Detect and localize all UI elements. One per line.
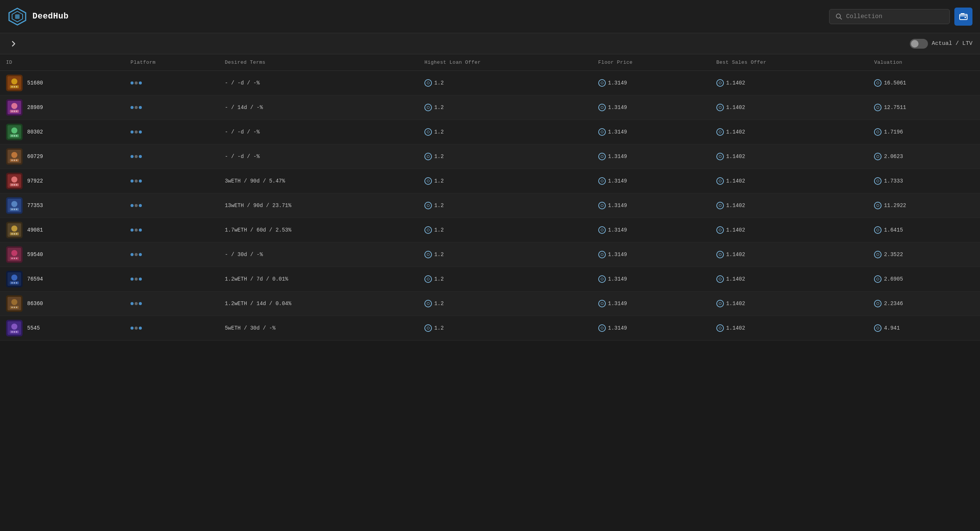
- table-row[interactable]: 49081 1.7wETH / 60d / 2.53% ⬡ 1.2 ⬡ 1.31…: [0, 218, 980, 243]
- col-id: ID: [0, 54, 124, 71]
- nft-thumbnail: [6, 246, 22, 263]
- toggle-area: Actual / LTV: [910, 39, 972, 49]
- search-icon: [835, 13, 842, 20]
- nft-id: 80302: [27, 129, 43, 135]
- nft-id: 77353: [27, 202, 43, 208]
- platform-dots: [130, 180, 142, 183]
- svg-point-69: [16, 282, 18, 284]
- toggle-label: Actual / LTV: [932, 40, 972, 47]
- expand-button[interactable]: [8, 38, 20, 50]
- cell-desired-terms: - / -d / -%: [219, 71, 418, 95]
- svg-point-16: [11, 103, 18, 109]
- eth-circle-icon: ⬡: [716, 128, 724, 136]
- table-row[interactable]: 80302 - / -d / -% ⬡ 1.2 ⬡ 1.3149: [0, 120, 980, 145]
- cell-best-sales-offer: ⬡ 1.1402: [710, 120, 868, 145]
- svg-point-44: [11, 201, 18, 207]
- cell-best-sales-offer: ⬡ 1.1402: [710, 291, 868, 316]
- svg-point-39: [11, 184, 13, 186]
- nft-thumbnail: [6, 99, 22, 116]
- cell-id: 51680: [0, 71, 124, 95]
- eth-circle-icon: ⬡: [424, 300, 432, 307]
- svg-point-83: [16, 331, 18, 332]
- col-best-sales-offer: Best Sales Offer: [710, 54, 868, 71]
- platform-icon: [130, 155, 213, 158]
- platform-icon: [130, 180, 213, 183]
- platform-icon: [130, 204, 213, 207]
- nft-id: 76594: [27, 276, 43, 282]
- cell-desired-terms: 1.7wETH / 60d / 2.53%: [219, 218, 418, 243]
- eth-circle-icon: ⬡: [716, 153, 724, 160]
- cell-valuation: ⬡ 1.7196: [868, 120, 980, 145]
- table-row[interactable]: 5545 5wETH / 30d / -% ⬡ 1.2 ⬡ 1.3149: [0, 316, 980, 340]
- cell-floor-price: ⬡ 1.3149: [592, 169, 710, 194]
- cell-id: 97922: [0, 169, 124, 194]
- wallet-icon: [959, 12, 968, 21]
- table-row[interactable]: 51680 - / -d / -% ⬡ 1.2 ⬡ 1.3149: [0, 71, 980, 95]
- table-row[interactable]: 97922 3wETH / 90d / 5.47% ⬡ 1.2 ⬡ 1.3149: [0, 169, 980, 194]
- search-box[interactable]: [829, 9, 950, 24]
- svg-point-33: [14, 159, 15, 161]
- svg-point-20: [16, 111, 18, 112]
- nft-thumbnail: [6, 320, 22, 336]
- eth-circle-icon: ⬡: [424, 177, 432, 185]
- eth-circle-icon: ⬡: [598, 300, 606, 307]
- logo-area: DeedHub: [8, 7, 68, 26]
- cell-highest-loan-offer: ⬡ 1.2: [418, 267, 592, 291]
- table-row[interactable]: 28989 - / 14d / -% ⬡ 1.2 ⬡ 1.3149: [0, 95, 980, 120]
- table-row[interactable]: 86360 1.2wETH / 14d / 0.04% ⬡ 1.2 ⬡ 1.31…: [0, 291, 980, 316]
- svg-point-47: [14, 208, 15, 210]
- cell-highest-loan-offer: ⬡ 1.2: [418, 169, 592, 194]
- table-body: 51680 - / -d / -% ⬡ 1.2 ⬡ 1.3149: [0, 71, 980, 340]
- platform-icon: [130, 278, 213, 281]
- col-floor-price: Floor Price: [592, 54, 710, 71]
- sub-header: Actual / LTV: [0, 33, 980, 54]
- cell-platform: [124, 169, 219, 194]
- platform-dots: [130, 253, 142, 256]
- svg-point-51: [11, 226, 18, 232]
- cell-id: 80302: [0, 120, 124, 145]
- table-row[interactable]: 76594 1.2wETH / 7d / 0.01% ⬡ 1.2 ⬡ 1.314…: [0, 267, 980, 291]
- table-row[interactable]: 77353 13wETH / 90d / 23.71% ⬡ 1.2 ⬡ 1.31…: [0, 194, 980, 218]
- cell-desired-terms: 1.2wETH / 7d / 0.01%: [219, 267, 418, 291]
- svg-point-9: [11, 78, 18, 84]
- cell-valuation: ⬡ 2.2346: [868, 291, 980, 316]
- platform-dots: [130, 130, 142, 134]
- svg-rect-2: [15, 14, 20, 19]
- svg-point-37: [11, 176, 18, 183]
- nft-id: 28989: [27, 105, 43, 111]
- eth-circle-icon: ⬡: [874, 153, 881, 160]
- eth-circle-icon: ⬡: [874, 79, 881, 87]
- cell-best-sales-offer: ⬡ 1.1402: [710, 95, 868, 120]
- table-row[interactable]: 60729 - / -d / -% ⬡ 1.2 ⬡ 1.3149: [0, 145, 980, 169]
- eth-circle-icon: ⬡: [598, 104, 606, 111]
- cell-highest-loan-offer: ⬡ 1.2: [418, 243, 592, 267]
- app-header: DeedHub: [0, 0, 980, 33]
- platform-dots: [130, 302, 142, 305]
- cell-highest-loan-offer: ⬡ 1.2: [418, 291, 592, 316]
- table-row[interactable]: 59540 - / 30d / -% ⬡ 1.2 ⬡ 1.3149: [0, 243, 980, 267]
- search-input[interactable]: [846, 13, 943, 20]
- eth-circle-icon: ⬡: [598, 177, 606, 185]
- svg-point-32: [11, 159, 13, 161]
- eth-circle-icon: ⬡: [598, 202, 606, 209]
- nft-id: 59540: [27, 251, 43, 258]
- cell-id: 86360: [0, 291, 124, 316]
- eth-circle-icon: ⬡: [874, 300, 881, 307]
- cell-highest-loan-offer: ⬡ 1.2: [418, 95, 592, 120]
- cell-valuation: ⬡ 16.5061: [868, 71, 980, 95]
- cell-valuation: ⬡ 2.6905: [868, 267, 980, 291]
- cell-best-sales-offer: ⬡ 1.1402: [710, 218, 868, 243]
- svg-rect-5: [959, 14, 967, 20]
- svg-point-12: [14, 86, 15, 87]
- actual-ltv-toggle[interactable]: [910, 39, 928, 49]
- eth-circle-icon: ⬡: [874, 128, 881, 136]
- cell-desired-terms: - / 30d / -%: [219, 243, 418, 267]
- svg-point-68: [14, 282, 15, 284]
- svg-point-81: [11, 331, 13, 332]
- nft-id: 49081: [27, 227, 43, 233]
- wallet-button[interactable]: [955, 8, 972, 25]
- col-platform: Platform: [124, 54, 219, 71]
- eth-circle-icon: ⬡: [424, 202, 432, 209]
- platform-dots: [130, 106, 142, 109]
- cell-valuation: ⬡ 12.7511: [868, 95, 980, 120]
